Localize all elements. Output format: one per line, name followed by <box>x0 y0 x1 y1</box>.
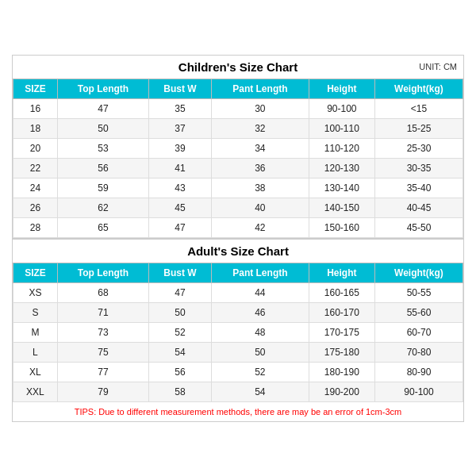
table-cell: 42 <box>211 217 309 237</box>
table-row: XXL795854190-20090-100 <box>13 382 463 401</box>
table-cell: 28 <box>13 217 58 237</box>
table-cell: 175-180 <box>309 342 374 362</box>
header-pant-length: Pant Length <box>211 79 309 98</box>
table-cell: 75 <box>57 342 148 362</box>
table-cell: XXL <box>13 382 58 401</box>
table-cell: 44 <box>211 282 309 302</box>
table-cell: 40 <box>211 198 309 217</box>
table-row: 24594338130-14035-40 <box>13 178 463 198</box>
table-cell: 62 <box>57 198 148 217</box>
table-cell: 60-70 <box>374 322 463 342</box>
table-cell: 16 <box>13 98 58 118</box>
table-cell: 180-190 <box>309 362 374 382</box>
table-cell: 50 <box>57 118 148 138</box>
adult-header-height: Height <box>309 263 374 282</box>
table-cell: 71 <box>57 302 148 322</box>
table-cell: <15 <box>374 98 463 118</box>
table-cell: 65 <box>57 217 148 237</box>
header-top-length: Top Length <box>57 79 148 98</box>
table-cell: 150-160 <box>309 217 374 237</box>
header-bust-w: Bust W <box>149 79 212 98</box>
table-cell: 25-30 <box>374 138 463 158</box>
header-size: SIZE <box>13 79 58 98</box>
table-cell: 56 <box>149 362 212 382</box>
adult-header-bust-w: Bust W <box>149 263 212 282</box>
table-cell: L <box>13 342 58 362</box>
table-cell: 41 <box>149 158 212 178</box>
table-cell: 47 <box>57 98 148 118</box>
table-cell: 54 <box>211 382 309 401</box>
table-cell: 58 <box>149 382 212 401</box>
table-cell: 18 <box>13 118 58 138</box>
table-cell: 40-45 <box>374 198 463 217</box>
table-cell: 37 <box>149 118 212 138</box>
table-cell: 140-150 <box>309 198 374 217</box>
table-row: S715046160-17055-60 <box>13 302 463 322</box>
table-cell: 54 <box>149 342 212 362</box>
tips-text: TIPS: Due to different measurement metho… <box>13 402 463 421</box>
table-cell: 48 <box>211 322 309 342</box>
table-cell: 35-40 <box>374 178 463 198</box>
children-header-row: SIZE Top Length Bust W Pant Length Heigh… <box>13 79 463 98</box>
table-row: 20533934110-12025-30 <box>13 138 463 158</box>
table-cell: 47 <box>149 217 212 237</box>
table-cell: 120-130 <box>309 158 374 178</box>
table-cell: 45-50 <box>374 217 463 237</box>
size-chart-container: Children's Size Chart UNIT: CM SIZE Top … <box>12 55 464 422</box>
table-row: 26624540140-15040-45 <box>13 198 463 217</box>
table-cell: 79 <box>57 382 148 401</box>
adult-header-size: SIZE <box>13 263 58 282</box>
table-cell: 52 <box>149 322 212 342</box>
adult-header-row: SIZE Top Length Bust W Pant Length Heigh… <box>13 263 463 282</box>
table-cell: 100-110 <box>309 118 374 138</box>
table-cell: 190-200 <box>309 382 374 401</box>
table-row: M735248170-17560-70 <box>13 322 463 342</box>
table-cell: 46 <box>211 302 309 322</box>
table-row: XL775652180-19080-90 <box>13 362 463 382</box>
table-cell: 56 <box>57 158 148 178</box>
table-cell: 24 <box>13 178 58 198</box>
adult-title-text: Adult's Size Chart <box>187 244 289 258</box>
table-cell: 80-90 <box>374 362 463 382</box>
header-height: Height <box>309 79 374 98</box>
table-cell: 20 <box>13 138 58 158</box>
table-cell: 30 <box>211 98 309 118</box>
table-cell: 55-60 <box>374 302 463 322</box>
header-weight: Weight(kg) <box>374 79 463 98</box>
table-cell: M <box>13 322 58 342</box>
adult-header-top-length: Top Length <box>57 263 148 282</box>
adult-table: SIZE Top Length Bust W Pant Length Heigh… <box>13 263 463 402</box>
children-title-text: Children's Size Chart <box>178 60 298 74</box>
table-cell: XS <box>13 282 58 302</box>
table-cell: 45 <box>149 198 212 217</box>
table-cell: 53 <box>57 138 148 158</box>
table-cell: XL <box>13 362 58 382</box>
adult-section-title: Adult's Size Chart <box>13 238 463 263</box>
table-cell: 160-170 <box>309 302 374 322</box>
table-cell: 90-100 <box>374 382 463 401</box>
table-row: 1647353090-100<15 <box>13 98 463 118</box>
table-row: XS684744160-16550-55 <box>13 282 463 302</box>
table-cell: 34 <box>211 138 309 158</box>
table-cell: 26 <box>13 198 58 217</box>
table-cell: 52 <box>211 362 309 382</box>
table-cell: 170-175 <box>309 322 374 342</box>
table-row: 28654742150-16045-50 <box>13 217 463 237</box>
adult-header-pant-length: Pant Length <box>211 263 309 282</box>
table-cell: 70-80 <box>374 342 463 362</box>
table-cell: 22 <box>13 158 58 178</box>
table-cell: 50 <box>149 302 212 322</box>
table-cell: 130-140 <box>309 178 374 198</box>
table-row: 18503732100-11015-25 <box>13 118 463 138</box>
table-cell: 73 <box>57 322 148 342</box>
adult-header-weight: Weight(kg) <box>374 263 463 282</box>
table-row: L755450175-18070-80 <box>13 342 463 362</box>
table-cell: 50-55 <box>374 282 463 302</box>
table-cell: 110-120 <box>309 138 374 158</box>
children-table: SIZE Top Length Bust W Pant Length Heigh… <box>13 79 463 238</box>
table-cell: 32 <box>211 118 309 138</box>
table-cell: 15-25 <box>374 118 463 138</box>
table-row: 22564136120-13030-35 <box>13 158 463 178</box>
table-cell: 38 <box>211 178 309 198</box>
unit-label: UNIT: CM <box>419 62 457 71</box>
